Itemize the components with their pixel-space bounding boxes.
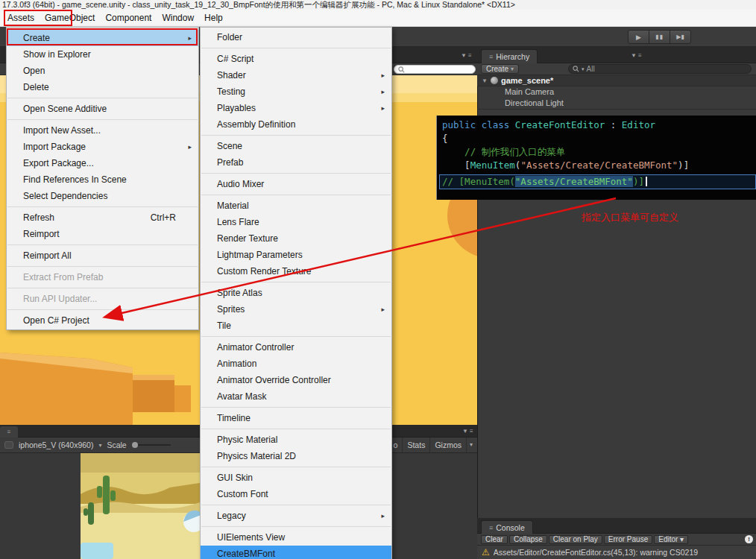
menu-item-select-dependencies[interactable]: Select Dependencies [7, 188, 198, 204]
hierarchy-tab[interactable]: ≡ Hierarchy [481, 49, 538, 63]
info-count-icon[interactable]: ! [745, 535, 753, 543]
menu-item-audio-mixer[interactable]: Audio Mixer [201, 176, 391, 192]
menu-item-uielements-view[interactable]: UIElements View [201, 529, 391, 546]
gizmos-button[interactable]: Gizmos [429, 438, 466, 452]
menu-item-open-scene-additive[interactable]: Open Scene Additive [7, 101, 198, 117]
foldout-arrow-icon[interactable]: ▼ [482, 78, 488, 84]
console-toolbar-buttons: ClearCollapseClear on PlayError PauseEdi… [481, 535, 690, 544]
step-button[interactable]: ▶▮ [670, 30, 691, 44]
menubar-item-gameobject[interactable]: GameObject [40, 10, 100, 26]
menu-item-tile[interactable]: Tile [201, 318, 391, 334]
menu-item-label: Physic Material [217, 435, 277, 445]
menu-item-reimport[interactable]: Reimport [7, 226, 198, 242]
scale-label: Scale [107, 440, 126, 449]
submenu-arrow-icon: ▸ [381, 88, 385, 95]
menu-item-refresh[interactable]: RefreshCtrl+R [7, 209, 198, 226]
menu-item-material[interactable]: Material [201, 198, 391, 214]
menu-item-testing[interactable]: Testing▸ [201, 83, 391, 100]
console-button-error-pause[interactable]: Error Pause [604, 535, 652, 544]
menu-item-label: Create [23, 33, 50, 43]
menu-item-animator-controller[interactable]: Animator Controller [201, 339, 391, 356]
menu-item-shortcut: Ctrl+R [151, 212, 176, 223]
menu-item-find-references-in-scene[interactable]: Find References In Scene [7, 171, 198, 188]
menu-item-label: Show in Explorer [23, 49, 91, 60]
console-button-collapse[interactable]: Collapse [509, 535, 547, 544]
menu-separator [201, 429, 391, 429]
menu-item-lightmap-parameters[interactable]: Lightmap Parameters [201, 247, 391, 263]
menu-item-delete[interactable]: Delete [7, 79, 198, 95]
menu-item-timeline[interactable]: Timeline [201, 410, 391, 426]
aspect-dropdown[interactable]: iphone5_V (640x960) [19, 440, 93, 449]
menu-item-sprite-atlas[interactable]: Sprite Atlas [201, 285, 391, 301]
menubar-item-component[interactable]: Component [100, 10, 157, 26]
menu-item-avatar-mask[interactable]: Avatar Mask [201, 388, 391, 405]
menu-item-physic-material[interactable]: Physic Material [201, 432, 391, 448]
search-filter-arrow-icon: ▾ [582, 66, 585, 72]
menu-item-gui-skin[interactable]: GUI Skin [201, 470, 391, 486]
menu-item-animation[interactable]: Animation [201, 356, 391, 372]
menu-item-export-package[interactable]: Export Package... [7, 155, 198, 171]
game-tab[interactable]: ≡ [0, 426, 18, 438]
tab-icon: ≡ [489, 524, 493, 531]
menu-item-reimport-all[interactable]: Reimport All [7, 247, 198, 264]
menu-item-physics-material-2d[interactable]: Physics Material 2D [201, 448, 391, 464]
menu-item-label: Open Scene Additive [23, 104, 107, 114]
scene-asset-icon [491, 77, 498, 84]
hierarchy-create-button[interactable]: Create ▾ [481, 64, 519, 74]
menu-item-label: Animator Controller [217, 342, 294, 353]
menu-item-custom-render-texture[interactable]: Custom Render Texture [201, 263, 391, 280]
menu-item-label: Custom Render Texture [217, 266, 312, 277]
menu-item-import-new-asset[interactable]: Import New Asset... [7, 122, 198, 139]
scene-search-field[interactable] [394, 65, 476, 74]
menubar-item-assets[interactable]: Assets [2, 10, 40, 26]
stats-button[interactable]: Stats [402, 438, 429, 452]
panel-menu-icon[interactable]: ▼≡ [631, 52, 643, 59]
hierarchy-search-field[interactable]: ▾ All [568, 64, 752, 74]
menu-item-assembly-definition[interactable]: Assembly Definition [201, 116, 391, 133]
console-log-entry[interactable]: ⚠ Assets/Editor/CreateFontEditor.cs(45,1… [477, 546, 756, 559]
console-message: Assets/Editor/CreateFontEditor.cs(45,13)… [494, 548, 698, 557]
menu-item-show-in-explorer[interactable]: Show in Explorer [7, 46, 198, 63]
menu-item-label: Lens Flare [217, 217, 259, 227]
menu-item-create[interactable]: Create▸ [7, 30, 198, 46]
console-button-clear-on-play[interactable]: Clear on Play [549, 535, 602, 544]
menu-item-import-package[interactable]: Import Package▸ [7, 139, 198, 155]
play-button[interactable]: ▶ [628, 30, 649, 44]
panel-menu-icon[interactable]: ▼≡ [461, 52, 473, 59]
menu-item-legacy[interactable]: Legacy▸ [201, 508, 391, 524]
menu-item-prefab[interactable]: Prefab [201, 154, 391, 171]
console-tab[interactable]: ≡ Console [481, 520, 533, 534]
menu-item-label: Find References In Scene [23, 174, 127, 185]
menu-item-animator-override-controller[interactable]: Animator Override Controller [201, 372, 391, 388]
menu-item-folder[interactable]: Folder [201, 29, 391, 45]
menu-item-scene[interactable]: Scene [201, 138, 391, 154]
menubar-item-window[interactable]: Window [157, 10, 199, 26]
menu-item-playables[interactable]: Playables▸ [201, 100, 391, 116]
menu-item-custom-font[interactable]: Custom Font [201, 486, 391, 502]
menu-item-shader[interactable]: Shader▸ [201, 67, 391, 83]
menu-item-label: Open [23, 66, 45, 76]
hierarchy-scene-row[interactable]: ▼ game_scene* [477, 75, 756, 86]
chevron-down-icon[interactable]: ▾ [466, 438, 476, 452]
menu-item-createbmfont[interactable]: CreateBMFont [201, 546, 391, 559]
menubar-item-help[interactable]: Help [199, 10, 228, 26]
menu-item-c-script[interactable]: C# Script [201, 51, 391, 67]
hierarchy-item-directional-light[interactable]: Directional Light [477, 98, 756, 109]
menu-separator [201, 135, 391, 136]
scale-slider-knob[interactable] [132, 442, 138, 448]
pause-button[interactable]: ▮▮ [649, 30, 670, 44]
menu-item-lens-flare[interactable]: Lens Flare [201, 214, 391, 230]
scale-slider[interactable] [132, 444, 171, 446]
search-icon [573, 66, 579, 72]
console-button-editor[interactable]: Editor ▾ [654, 535, 688, 544]
menu-item-label: Extract From Prefab [23, 272, 103, 282]
menu-item-open-c-project[interactable]: Open C# Project [7, 312, 198, 329]
display-dropdown-icon[interactable] [4, 441, 13, 449]
menu-item-open[interactable]: Open [7, 63, 198, 79]
menu-item-label: Timeline [217, 413, 251, 423]
menu-item-sprites[interactable]: Sprites▸ [201, 301, 391, 318]
console-button-clear[interactable]: Clear [481, 535, 508, 544]
panel-menu-icon[interactable]: ▼≡ [462, 428, 475, 435]
menu-item-render-texture[interactable]: Render Texture [201, 230, 391, 247]
hierarchy-item-main-camera[interactable]: Main Camera [477, 86, 756, 98]
